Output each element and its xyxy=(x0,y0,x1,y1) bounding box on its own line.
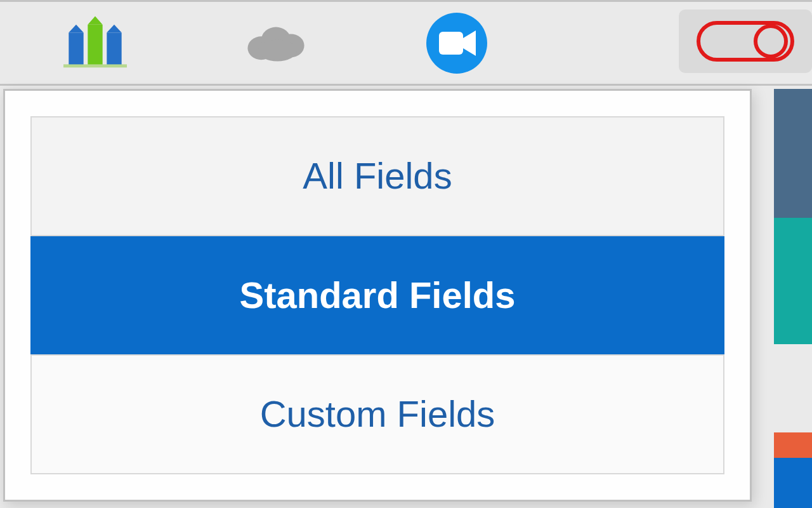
svg-marker-5 xyxy=(107,24,121,32)
stripe-slate xyxy=(774,89,812,218)
svg-rect-12 xyxy=(439,32,463,55)
buildings-icon[interactable] xyxy=(63,18,127,69)
stripe-grey xyxy=(774,344,812,432)
dropdown-item-standard-fields[interactable]: Standard Fields xyxy=(30,236,724,354)
stripe-blue xyxy=(774,458,812,508)
dropdown-item-custom-fields[interactable]: Custom Fields xyxy=(30,354,724,474)
dropdown-item-all-fields[interactable]: All Fields xyxy=(30,116,724,236)
video-call-icon[interactable] xyxy=(425,18,488,69)
svg-point-10 xyxy=(258,39,298,61)
svg-rect-6 xyxy=(63,64,127,67)
svg-rect-0 xyxy=(69,32,83,65)
record-toggle-button[interactable] xyxy=(679,10,812,73)
dropdown-item-label: Standard Fields xyxy=(239,274,515,317)
svg-point-15 xyxy=(756,26,786,57)
svg-rect-2 xyxy=(88,24,102,65)
record-icon xyxy=(695,19,796,64)
fields-dropdown-panel: All Fields Standard Fields Custom Fields xyxy=(3,89,752,502)
cloud-icon[interactable] xyxy=(244,18,308,69)
svg-marker-3 xyxy=(88,16,102,24)
toolbar xyxy=(0,0,812,86)
svg-rect-4 xyxy=(107,32,121,65)
stripe-orange xyxy=(774,432,812,458)
stripe-teal xyxy=(774,218,812,344)
dropdown-item-label: Custom Fields xyxy=(260,393,495,436)
dropdown-item-label: All Fields xyxy=(303,155,452,197)
svg-marker-1 xyxy=(69,24,83,32)
side-color-stripes xyxy=(774,89,812,508)
